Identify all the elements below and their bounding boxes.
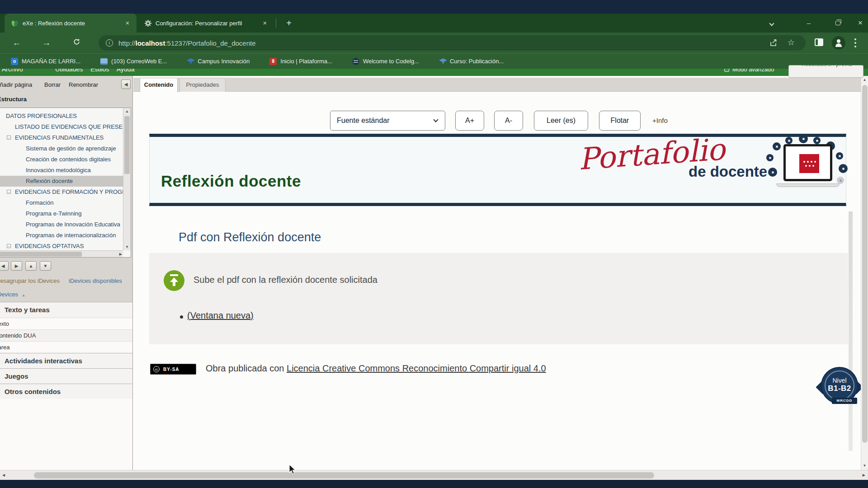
menu-ayuda[interactable]: Ayuda bbox=[117, 69, 134, 73]
browser-tab-bar: eXe : Reflexión docente × Configuración:… bbox=[0, 14, 868, 33]
scroll-up-icon[interactable]: ▲ bbox=[123, 109, 131, 113]
ungroup-idevices-link[interactable]: Desagrupar los iDevices bbox=[0, 277, 60, 284]
move-down-button[interactable]: ▼ bbox=[40, 261, 51, 271]
address-bar[interactable]: i http://localhost:51237/Portafolio_de_d… bbox=[99, 35, 806, 51]
idevice-box: Sube el pdf con la reflexión docente sol… bbox=[149, 253, 848, 344]
idevice-group-header[interactable]: Otros contenidos bbox=[0, 384, 133, 399]
tree-node[interactable]: LISTADO DE EVIDENCIAS QUE PRESENT bbox=[0, 122, 123, 132]
mail-icon bbox=[100, 58, 108, 65]
idevice-item[interactable]: Contenido DUA bbox=[0, 329, 133, 341]
license-link[interactable]: Licencia Creative Commons Reconocimiento… bbox=[287, 363, 546, 373]
bookmark-label: Inicio | Plataforma... bbox=[280, 58, 332, 65]
tree-node[interactable]: Formación bbox=[0, 197, 123, 208]
scrollbar-thumb[interactable] bbox=[34, 472, 654, 479]
tree-node[interactable]: Programas de internacionalización bbox=[0, 230, 123, 241]
back-button[interactable]: ← bbox=[10, 36, 24, 50]
scroll-right-icon[interactable]: ▶ bbox=[119, 252, 122, 256]
menu-utilidades[interactable]: Utilidades bbox=[55, 69, 83, 73]
font-decrease-button[interactable]: A- bbox=[494, 111, 523, 131]
cc-by-sa-badge[interactable]: cc BY-SA bbox=[150, 364, 196, 375]
tree-node[interactable]: Creación de contenidos digitales bbox=[0, 154, 123, 165]
browser-tab-active[interactable]: eXe : Reflexión docente × bbox=[5, 14, 137, 33]
tree-node[interactable]: –EVIDENCIAS DE FORMACIÓN Y PROGRA bbox=[0, 187, 123, 197]
add-page-button[interactable]: Añadir página bbox=[0, 81, 32, 88]
menu-archivo[interactable]: Archivo bbox=[2, 69, 23, 73]
main-horizontal-scrollbar[interactable]: ◀ ▶ bbox=[0, 470, 868, 480]
scroll-left-icon[interactable]: ◀ bbox=[2, 473, 5, 477]
rename-page-button[interactable]: Renombrar bbox=[69, 81, 98, 88]
window-close-button[interactable]: × bbox=[854, 19, 866, 28]
tab-contenido[interactable]: Contenido bbox=[140, 78, 178, 92]
scrollbar-thumb[interactable] bbox=[0, 252, 82, 257]
bookmark-label: (103) CorreoWeb E... bbox=[111, 58, 167, 65]
font-increase-button[interactable]: A+ bbox=[455, 111, 484, 131]
share-icon[interactable] bbox=[769, 39, 778, 48]
idevice-group-header[interactable]: Texto y tareas bbox=[0, 302, 133, 318]
bookmark-item[interactable]: oMAGAÑA DE LARRI... bbox=[11, 58, 80, 65]
scroll-right-icon[interactable]: ▶ bbox=[863, 473, 865, 477]
new-window-link[interactable]: (Ventana nueva) bbox=[187, 310, 254, 321]
side-panel-icon[interactable] bbox=[815, 38, 823, 46]
scrollbar-thumb[interactable] bbox=[862, 85, 868, 443]
bookmark-star-icon[interactable]: ☆ bbox=[788, 38, 795, 47]
bookmark-item[interactable]: (103) CorreoWeb E... bbox=[100, 58, 167, 65]
tree-node[interactable]: Innovación metodológica bbox=[0, 165, 123, 176]
move-left-button[interactable]: ◀ bbox=[0, 261, 9, 271]
tree-node[interactable]: Reflexión docente bbox=[0, 176, 123, 187]
cc-icon: cc bbox=[153, 366, 160, 372]
scroll-up-icon[interactable]: ▲ bbox=[861, 78, 868, 82]
info-link[interactable]: +Info bbox=[652, 117, 668, 124]
tree-node[interactable]: Programa e-Twinning bbox=[0, 208, 123, 219]
tree-expander-icon[interactable]: – bbox=[7, 190, 11, 194]
move-up-button[interactable]: ▲ bbox=[25, 261, 37, 271]
idevice-group-header[interactable]: Actividades interactivas bbox=[0, 353, 133, 368]
idevice-heading: Pdf con Reflexión docente bbox=[179, 230, 321, 244]
tab-propiedades[interactable]: Propiedades bbox=[179, 78, 226, 92]
forward-button[interactable]: → bbox=[40, 36, 53, 50]
scroll-down-icon[interactable]: ▼ bbox=[123, 245, 131, 249]
browser-menu-icon[interactable] bbox=[854, 38, 856, 49]
delete-page-button[interactable]: Borrar bbox=[44, 81, 61, 88]
idevice-item[interactable]: Tarea bbox=[0, 341, 133, 353]
window-minimize-button[interactable]: – bbox=[803, 19, 815, 28]
read-aloud-button[interactable]: Leer (es) bbox=[534, 111, 588, 131]
move-right-button[interactable]: ▶ bbox=[11, 261, 22, 271]
scrollbar-thumb[interactable] bbox=[124, 116, 130, 174]
idevice-item[interactable]: Texto bbox=[0, 318, 133, 329]
main-vertical-scrollbar[interactable]: ▲ ▼ bbox=[861, 76, 868, 470]
tree-node-label: Formación bbox=[26, 197, 53, 208]
tab-close-icon[interactable]: × bbox=[123, 19, 132, 28]
idevices-panel-toggle[interactable]: iDevices▲ bbox=[0, 291, 25, 298]
checkbox-icon bbox=[724, 69, 729, 72]
available-idevices-link[interactable]: iDevices disponibles bbox=[69, 277, 122, 284]
tree-node[interactable]: DATOS PROFESIONALES bbox=[0, 111, 123, 122]
bookmark-item[interactable]: Welcome to Codelg... bbox=[352, 58, 419, 65]
advanced-mode-checkbox[interactable]: Modo avanzado bbox=[724, 69, 774, 73]
idevice-group-header[interactable]: Juegos bbox=[0, 368, 133, 384]
bookmark-item[interactable]: 8Inicio | Plataforma... bbox=[269, 58, 332, 65]
collapse-pane-button[interactable]: ◀ bbox=[121, 80, 131, 89]
menu-estilos[interactable]: Estilos bbox=[90, 69, 109, 73]
scroll-down-icon[interactable]: ▼ bbox=[861, 464, 868, 468]
site-info-icon[interactable]: i bbox=[106, 39, 113, 47]
bookmark-item[interactable]: Curso: Publicación... bbox=[439, 58, 504, 65]
new-tab-button[interactable]: + bbox=[283, 18, 295, 29]
preview-button-clipped[interactable]: Visualización previa bbox=[788, 65, 863, 78]
profile-avatar[interactable] bbox=[832, 36, 845, 50]
tree-node[interactable]: –EVIDENCIAS FUNDAMENTALES bbox=[0, 132, 123, 143]
bookmark-label: Curso: Publicación... bbox=[450, 58, 504, 65]
font-select[interactable]: Fuente estándar bbox=[330, 111, 445, 131]
tab-close-icon[interactable]: × bbox=[260, 19, 269, 28]
tree-expander-icon[interactable]: – bbox=[7, 136, 11, 140]
browser-tab-inactive[interactable]: Configuración: Personalizar perfil × bbox=[138, 14, 274, 33]
reload-button[interactable] bbox=[70, 36, 83, 50]
tree-node[interactable]: Sistema de gestión de aprendizaje bbox=[0, 143, 123, 154]
window-menu-chevron-icon[interactable] bbox=[766, 19, 778, 28]
tree-node[interactable]: Programas de Innovación Educativa bbox=[0, 219, 123, 230]
tree-horizontal-scrollbar[interactable]: ▶ bbox=[0, 250, 123, 257]
window-restore-button[interactable] bbox=[832, 19, 844, 28]
tree-vertical-scrollbar[interactable]: ▲ ▼ bbox=[123, 108, 131, 250]
float-button[interactable]: Flotar bbox=[599, 111, 641, 131]
tree-expander-icon[interactable]: – bbox=[7, 244, 11, 248]
bookmark-item[interactable]: Campus Innovación bbox=[187, 58, 250, 65]
